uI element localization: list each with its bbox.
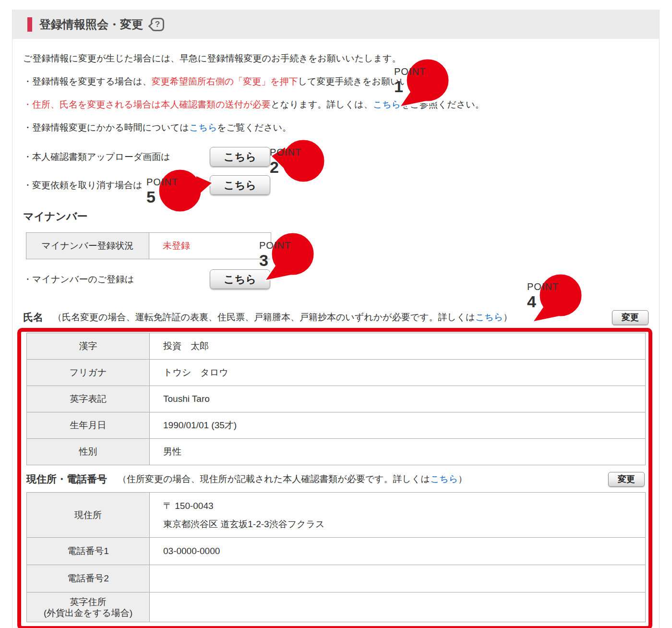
address-section-note: （住所変更の場合、現住所が記載された本人確認書類が必要です。詳しくはこちら） — [118, 473, 467, 485]
mynumber-register-row: ・マイナンバーのご登録は こちら — [23, 269, 648, 289]
bullet-identity-docs: ・住所、氏名を変更される場合は本人確認書類の送付が必要となります。詳しくは、こち… — [23, 100, 648, 109]
cancel-request-label: ・変更依頼を取り消す場合は — [23, 179, 210, 192]
name-section-title: 氏名 — [23, 311, 43, 324]
phone2-value — [150, 565, 646, 592]
gender-value: 男性 — [150, 439, 646, 465]
name-change-button[interactable]: 変更 — [612, 310, 648, 325]
address-section-header: 現住所・電話番号 （住所変更の場合、現住所が記載された本人確認書類が必要です。詳… — [26, 471, 645, 487]
name-section-note: （氏名変更の場合、運転免許証の表裏、住民票、戸籍謄本、戸籍抄本のいずれかが必要で… — [53, 311, 512, 324]
table-row: 英字表記 Toushi Taro — [27, 386, 646, 412]
mynumber-register-label: ・マイナンバーのご登録は — [23, 273, 210, 286]
address-section-title: 現住所・電話番号 — [26, 472, 107, 486]
name-roman-value: Toushi Taro — [150, 386, 646, 412]
table-row: 電話番号1 03-0000-0000 — [27, 538, 646, 565]
bullet-change-procedure: ・登録情報を変更する場合は、変更希望箇所右側の「変更」を押下して変更手続きをお願… — [23, 77, 648, 86]
help-icon[interactable]: ? — [151, 18, 164, 31]
english-address-label: 英字住所 (外貨出金をする場合) — [27, 592, 150, 622]
name-note-link[interactable]: こちら — [475, 312, 503, 322]
intro-text: ご登録情報に変更が生じた場合には、早急に登録情報変更のお手続きをお願いいたします… — [23, 54, 648, 63]
mynumber-table: マイナンバー登録状況 未登録 — [26, 232, 271, 259]
postal-code: 〒 150-0043 — [163, 500, 645, 512]
name-note-pre: （氏名変更の場合、運転免許証の表裏、住民票、戸籍謄本、戸籍抄本のいずれかが必要で… — [53, 312, 475, 322]
bullet-change-time: ・登録情報変更にかかる時間についてはこちらをご覧ください。 — [23, 123, 648, 132]
uploader-label: ・本人確認書類アップローダ画面は — [23, 151, 210, 163]
name-section-header: 氏名 （氏名変更の場合、運転免許証の表裏、住民票、戸籍謄本、戸籍抄本のいずれかが… — [23, 310, 648, 325]
uploader-kochira-button[interactable]: こちら — [210, 147, 270, 167]
name-table: 漢字 投資 太郎 フリガナ トウシ タロウ 英字表記 Toushi Taro 生… — [26, 333, 646, 465]
highlight-red-box: 漢字 投資 太郎 フリガナ トウシ タロウ 英字表記 Toushi Taro 生… — [17, 328, 652, 628]
name-kanji-value: 投資 太郎 — [150, 333, 646, 360]
table-row: 漢字 投資 太郎 — [27, 333, 646, 360]
bullet3-post: をご覧ください。 — [217, 122, 291, 133]
name-kanji-label: 漢字 — [27, 333, 150, 360]
table-row: 電話番号2 — [27, 565, 646, 592]
bullet1-pre: ・登録情報を変更する場合は、 — [23, 76, 152, 86]
cancel-request-row: ・変更依頼を取り消す場合は こちら — [23, 175, 648, 195]
mynumber-heading: マイナンバー — [23, 209, 648, 224]
current-address-value: 〒 150-0043 東京都渋谷区 道玄坂1-2-3渋谷フクラス — [150, 493, 646, 538]
current-address-label: 現住所 — [27, 493, 150, 538]
mynumber-status-label: マイナンバー登録状況 — [26, 233, 149, 259]
address-note-pre: （住所変更の場合、現住所が記載された本人確認書類が必要です。詳しくは — [118, 474, 430, 484]
address-text: 東京都渋谷区 道玄坂1-2-3渋谷フクラス — [163, 519, 645, 530]
page-title: 登録情報照会・変更 — [39, 17, 143, 32]
bullet1-red-text: 変更希望箇所右側の「変更」を押下 — [152, 76, 298, 86]
address-note-post: ） — [458, 474, 467, 484]
table-row: 英字住所 (外貨出金をする場合) — [27, 592, 646, 622]
address-change-button[interactable]: 変更 — [608, 472, 645, 487]
table-row: 生年月日 1990/01/01 (35才) — [27, 412, 646, 439]
bullet1-post: して変更手続きをお願いいたします。 — [298, 76, 456, 86]
mynumber-kochira-button[interactable]: こちら — [210, 269, 270, 289]
bullet2-mid: となります。詳しくは、 — [271, 99, 373, 109]
name-furigana-value: トウシ タロウ — [150, 360, 646, 386]
main-content: ご登録情報に変更が生じた場合には、早急に登録情報変更のお手続きをお願いいたします… — [12, 54, 659, 628]
english-address-label-line2: (外貨出金をする場合) — [27, 607, 149, 618]
title-accent-bar — [27, 17, 32, 32]
phone2-label: 電話番号2 — [27, 565, 150, 592]
table-row: マイナンバー登録状況 未登録 — [26, 233, 271, 259]
table-row: フリガナ トウシ タロウ — [27, 360, 646, 386]
address-table: 現住所 〒 150-0043 東京都渋谷区 道玄坂1-2-3渋谷フクラス 電話番… — [26, 492, 646, 622]
name-furigana-label: フリガナ — [27, 360, 150, 386]
address-note-link[interactable]: こちら — [430, 474, 458, 484]
cancel-kochira-button[interactable]: こちら — [210, 175, 270, 195]
page-container: 登録情報照会・変更 ? ご登録情報に変更が生じた場合には、早急に登録情報変更のお… — [12, 10, 660, 628]
birthdate-label: 生年月日 — [27, 412, 150, 439]
identity-docs-link[interactable]: こちら — [373, 99, 401, 109]
table-row: 性別 男性 — [27, 439, 646, 465]
uploader-row: ・本人確認書類アップローダ画面は こちら — [23, 147, 648, 167]
mynumber-status-value: 未登録 — [149, 233, 271, 259]
name-roman-label: 英字表記 — [27, 386, 150, 412]
birthdate-value: 1990/01/01 (35才) — [150, 412, 646, 439]
english-address-label-line1: 英字住所 — [27, 596, 149, 607]
phone1-value: 03-0000-0000 — [150, 538, 646, 565]
bullet3-pre: ・登録情報変更にかかる時間については — [23, 122, 189, 133]
title-bar: 登録情報照会・変更 ? — [12, 10, 659, 39]
change-time-link[interactable]: こちら — [189, 122, 217, 133]
english-address-value — [150, 592, 646, 622]
bullet2-red-text: ・住所、氏名を変更される場合は本人確認書類の送付が必要 — [23, 99, 271, 109]
bullet2-post: をご参照ください。 — [401, 99, 484, 109]
phone1-label: 電話番号1 — [27, 538, 150, 565]
table-row: 現住所 〒 150-0043 東京都渋谷区 道玄坂1-2-3渋谷フクラス — [27, 493, 646, 538]
name-note-post: ） — [503, 312, 512, 322]
gender-label: 性別 — [27, 439, 150, 465]
